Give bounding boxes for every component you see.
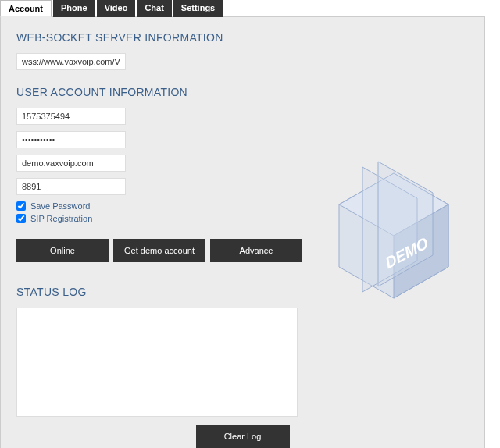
username-input[interactable]: [16, 108, 126, 125]
tab-video[interactable]: Video: [97, 0, 136, 17]
get-demo-button[interactable]: Get demo account: [113, 239, 205, 262]
online-button[interactable]: Online: [16, 239, 109, 262]
domain-input[interactable]: [16, 155, 126, 172]
save-password-checkbox[interactable]: [16, 201, 26, 211]
section-user-account-title: USER ACCOUNT INFORMATION: [16, 86, 469, 98]
clear-log-button[interactable]: Clear Log: [196, 425, 290, 448]
save-password-label: Save Password: [30, 201, 90, 211]
sip-registration-checkbox[interactable]: [16, 214, 26, 223]
ws-url-input[interactable]: [16, 53, 126, 70]
section-websocket-title: WEB-SOCKET SERVER INFORMATION: [16, 31, 469, 44]
port-input[interactable]: [16, 178, 126, 195]
tab-chat[interactable]: Chat: [137, 0, 171, 17]
password-input[interactable]: [16, 131, 126, 148]
status-log-area: [16, 308, 298, 417]
tabs-bar: Account Phone Video Chat Settings: [0, 0, 500, 17]
tab-phone[interactable]: Phone: [53, 0, 95, 17]
advance-button[interactable]: Advance: [210, 239, 302, 262]
tab-account[interactable]: Account: [0, 0, 52, 17]
demo-cube-icon: DEMO: [316, 150, 472, 306]
account-panel: WEB-SOCKET SERVER INFORMATION USER ACCOU…: [0, 16, 485, 448]
tab-settings[interactable]: Settings: [173, 0, 223, 17]
sip-registration-label: SIP Registration: [30, 214, 92, 223]
